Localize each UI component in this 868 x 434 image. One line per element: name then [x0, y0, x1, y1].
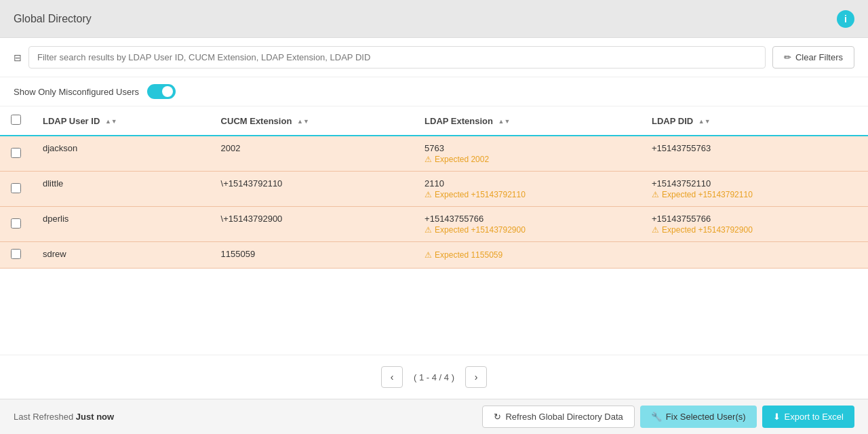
warning-icon: ⚠ [425, 155, 432, 164]
next-page-button[interactable]: › [465, 366, 487, 388]
refresh-global-button[interactable]: ↻ Refresh Global Directory Data [482, 406, 634, 428]
table-row: dlittle\+151437921102110⚠ Expected +1514… [0, 172, 868, 207]
cell-ldap-did: +15143755763 [641, 136, 868, 172]
filter-bar: ⊟ ✏ Clear Filters [0, 38, 868, 77]
row-checkbox[interactable] [11, 183, 21, 193]
footer-actions: ↻ Refresh Global Directory Data 🔧 Fix Se… [482, 406, 854, 428]
row-checkbox-cell [0, 136, 32, 172]
cell-ldap-user-id: djackson [32, 136, 210, 172]
cell-cucm-extension: 2002 [210, 136, 414, 172]
col-ldap-user-id[interactable]: LDAP User ID ▲▼ [32, 106, 210, 136]
col-cucm-extension[interactable]: CUCM Extension ▲▼ [210, 106, 414, 136]
table-row: djackson20025763⚠ Expected 2002+15143755… [0, 136, 868, 172]
last-refreshed-value: Just now [76, 412, 114, 422]
page-header: Global Directory i [0, 0, 868, 38]
misconfigured-toggle[interactable] [147, 84, 176, 99]
warning-icon: ⚠ [425, 190, 432, 199]
cell-ldap-did [641, 242, 868, 269]
warning-text: ⚠ Expected 1155059 [425, 250, 630, 260]
table-header-row: LDAP User ID ▲▼ CUCM Extension ▲▼ LDAP E… [0, 106, 868, 136]
last-refreshed: Last Refreshed Just now [14, 412, 114, 422]
page-info: ( 1 - 4 / 4 ) [408, 372, 460, 382]
sort-icon: ▲▼ [297, 119, 309, 125]
footer: Last Refreshed Just now ↻ Refresh Global… [0, 399, 868, 434]
select-all-header[interactable] [0, 106, 32, 136]
wrench-icon: 🔧 [651, 412, 662, 422]
warning-text: ⚠ Expected +15143792900 [652, 225, 857, 235]
cell-ldap-user-id: dperlis [32, 207, 210, 242]
clear-filters-button[interactable]: ✏ Clear Filters [772, 46, 854, 68]
warning-icon: ⚠ [425, 225, 432, 235]
row-checkbox[interactable] [11, 218, 21, 229]
warning-text: ⚠ Expected +15143792110 [652, 190, 857, 199]
cell-cucm-extension: \+15143792900 [210, 207, 414, 242]
main-table: LDAP User ID ▲▼ CUCM Extension ▲▼ LDAP E… [0, 106, 868, 269]
last-refreshed-label: Last Refreshed [14, 412, 73, 422]
table-row: sdrew1155059⚠ Expected 1155059 [0, 242, 868, 269]
info-icon[interactable]: i [837, 10, 854, 28]
search-input[interactable] [28, 46, 766, 68]
table-container: LDAP User ID ▲▼ CUCM Extension ▲▼ LDAP E… [0, 106, 868, 355]
cell-ldap-user-id: dlittle [32, 172, 210, 207]
prev-page-button[interactable]: ‹ [381, 366, 403, 388]
row-checkbox[interactable] [11, 148, 21, 158]
sort-icon: ▲▼ [105, 119, 117, 125]
cell-ldap-extension: ⚠ Expected 1155059 [414, 242, 641, 269]
cell-cucm-extension: \+15143792110 [210, 172, 414, 207]
toggle-label: Show Only Misconfigured Users [14, 87, 139, 97]
warning-icon: ⚠ [425, 250, 432, 260]
warning-icon: ⚠ [652, 225, 659, 235]
row-checkbox-cell [0, 207, 32, 242]
cell-ldap-extension: +15143755766⚠ Expected +15143792900 [414, 207, 641, 242]
col-ldap-did[interactable]: LDAP DID ▲▼ [641, 106, 868, 136]
download-icon: ⬇ [773, 412, 781, 422]
row-checkbox-cell [0, 242, 32, 269]
cell-ldap-did: +15143755766⚠ Expected +15143792900 [641, 207, 868, 242]
filter-icon: ⊟ [14, 52, 22, 63]
row-checkbox[interactable] [11, 249, 21, 259]
select-all-checkbox[interactable] [11, 115, 21, 125]
refresh-icon: ↻ [494, 412, 501, 422]
page-title: Global Directory [14, 13, 92, 25]
sort-icon: ▲▼ [698, 119, 711, 125]
cell-ldap-extension: 5763⚠ Expected 2002 [414, 136, 641, 172]
export-excel-button[interactable]: ⬇ Export to Excel [762, 406, 854, 428]
sort-icon: ▲▼ [498, 119, 511, 125]
row-checkbox-cell [0, 172, 32, 207]
brush-icon: ✏ [784, 52, 791, 62]
cell-cucm-extension: 1155059 [210, 242, 414, 269]
cell-ldap-did: +15143752110⚠ Expected +15143792110 [641, 172, 868, 207]
col-ldap-extension[interactable]: LDAP Extension ▲▼ [414, 106, 641, 136]
fix-selected-button[interactable]: 🔧 Fix Selected User(s) [640, 406, 757, 428]
warning-text: ⚠ Expected +15143792110 [425, 190, 630, 199]
pagination: ‹ ( 1 - 4 / 4 ) › [0, 355, 868, 399]
table-row: dperlis\+15143792900+15143755766⚠ Expect… [0, 207, 868, 242]
warning-text: ⚠ Expected +15143792900 [425, 225, 630, 235]
toggle-row: Show Only Misconfigured Users [0, 77, 868, 106]
cell-ldap-extension: 2110⚠ Expected +15143792110 [414, 172, 641, 207]
warning-text: ⚠ Expected 2002 [425, 155, 630, 164]
cell-ldap-user-id: sdrew [32, 242, 210, 269]
table-body: djackson20025763⚠ Expected 2002+15143755… [0, 136, 868, 269]
warning-icon: ⚠ [652, 190, 659, 199]
